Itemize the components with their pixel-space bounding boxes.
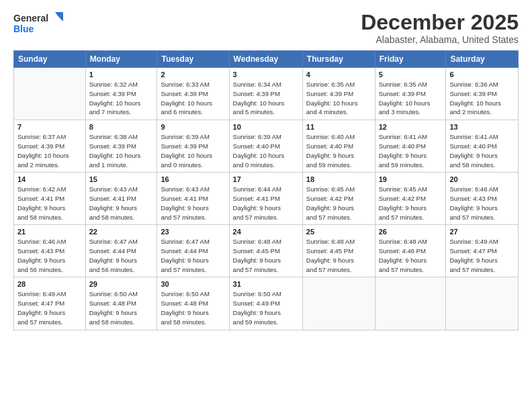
day-number: 15 xyxy=(89,175,154,183)
calendar-week-5: 28Sunrise: 6:49 AMSunset: 4:47 PMDayligh… xyxy=(14,277,519,330)
day-number: 11 xyxy=(306,123,371,131)
day-info: Sunrise: 6:48 AMSunset: 4:45 PMDaylight:… xyxy=(233,237,299,274)
table-row: 4Sunrise: 6:35 AMSunset: 4:39 PMDaylight… xyxy=(302,68,375,120)
svg-text:Blue: Blue xyxy=(13,24,34,34)
day-number: 10 xyxy=(233,123,299,131)
day-info: Sunrise: 6:32 AMSunset: 4:39 PMDaylight:… xyxy=(89,80,154,117)
day-info: Sunrise: 6:47 AMSunset: 4:44 PMDaylight:… xyxy=(89,237,154,274)
day-info: Sunrise: 6:39 AMSunset: 4:40 PMDaylight:… xyxy=(233,132,299,169)
table-row: 3Sunrise: 6:34 AMSunset: 4:39 PMDaylight… xyxy=(229,68,302,120)
day-info: Sunrise: 6:50 AMSunset: 4:48 PMDaylight:… xyxy=(161,289,225,326)
day-number: 18 xyxy=(306,175,371,183)
table-row: 16Sunrise: 6:43 AMSunset: 4:41 PMDayligh… xyxy=(157,173,229,225)
day-number: 25 xyxy=(306,228,371,236)
day-info: Sunrise: 6:46 AMSunset: 4:43 PMDaylight:… xyxy=(449,185,515,222)
day-info: Sunrise: 6:37 AMSunset: 4:39 PMDaylight:… xyxy=(17,132,82,169)
table-row: 5Sunrise: 6:35 AMSunset: 4:39 PMDaylight… xyxy=(375,68,446,120)
day-number: 13 xyxy=(449,123,515,131)
table-row: 27Sunrise: 6:49 AMSunset: 4:47 PMDayligh… xyxy=(446,225,519,277)
day-info: Sunrise: 6:43 AMSunset: 4:41 PMDaylight:… xyxy=(161,185,225,222)
day-info: Sunrise: 6:35 AMSunset: 4:39 PMDaylight:… xyxy=(306,80,371,117)
day-number: 8 xyxy=(89,123,154,131)
day-info: Sunrise: 6:34 AMSunset: 4:39 PMDaylight:… xyxy=(233,80,299,117)
col-tuesday: Tuesday xyxy=(157,51,229,68)
table-row: 9Sunrise: 6:39 AMSunset: 4:39 PMDaylight… xyxy=(157,120,229,173)
col-thursday: Thursday xyxy=(302,51,375,68)
calendar-week-2: 7Sunrise: 6:37 AMSunset: 4:39 PMDaylight… xyxy=(14,120,519,173)
day-info: Sunrise: 6:43 AMSunset: 4:41 PMDaylight:… xyxy=(89,185,154,222)
table-row: 30Sunrise: 6:50 AMSunset: 4:48 PMDayligh… xyxy=(157,277,229,330)
day-info: Sunrise: 6:45 AMSunset: 4:42 PMDaylight:… xyxy=(306,185,371,222)
page: General Blue December 2025 Alabaster, Al… xyxy=(0,0,532,411)
table-row: 25Sunrise: 6:48 AMSunset: 4:45 PMDayligh… xyxy=(302,225,375,277)
day-info: Sunrise: 6:38 AMSunset: 4:39 PMDaylight:… xyxy=(89,132,154,169)
day-number: 6 xyxy=(449,71,515,79)
day-number: 30 xyxy=(161,280,225,288)
day-number: 16 xyxy=(161,175,225,183)
day-number: 24 xyxy=(233,228,299,236)
day-info: Sunrise: 6:39 AMSunset: 4:39 PMDaylight:… xyxy=(161,132,225,169)
day-info: Sunrise: 6:35 AMSunset: 4:39 PMDaylight:… xyxy=(379,80,443,117)
table-row: 23Sunrise: 6:47 AMSunset: 4:44 PMDayligh… xyxy=(157,225,229,277)
table-row xyxy=(446,277,519,330)
day-info: Sunrise: 6:45 AMSunset: 4:42 PMDaylight:… xyxy=(379,185,443,222)
title-block: December 2025 Alabaster, Alabama, United… xyxy=(361,11,519,45)
col-friday: Friday xyxy=(375,51,446,68)
day-number: 4 xyxy=(306,71,371,79)
table-row xyxy=(375,277,446,330)
table-row: 2Sunrise: 6:33 AMSunset: 4:39 PMDaylight… xyxy=(157,68,229,120)
day-info: Sunrise: 6:41 AMSunset: 4:40 PMDaylight:… xyxy=(449,132,515,169)
table-row: 20Sunrise: 6:46 AMSunset: 4:43 PMDayligh… xyxy=(446,173,519,225)
table-row: 26Sunrise: 6:48 AMSunset: 4:46 PMDayligh… xyxy=(375,225,446,277)
table-row xyxy=(14,68,86,120)
col-sunday: Sunday xyxy=(14,51,86,68)
day-number: 26 xyxy=(379,228,443,236)
day-number: 28 xyxy=(17,280,82,288)
day-info: Sunrise: 6:50 AMSunset: 4:49 PMDaylight:… xyxy=(233,289,299,326)
table-row: 17Sunrise: 6:44 AMSunset: 4:41 PMDayligh… xyxy=(229,173,302,225)
day-number: 12 xyxy=(379,123,443,131)
table-row xyxy=(302,277,375,330)
day-info: Sunrise: 6:46 AMSunset: 4:43 PMDaylight:… xyxy=(17,237,82,274)
day-info: Sunrise: 6:48 AMSunset: 4:45 PMDaylight:… xyxy=(306,237,371,274)
calendar-week-1: 1Sunrise: 6:32 AMSunset: 4:39 PMDaylight… xyxy=(14,68,519,120)
day-number: 23 xyxy=(161,228,225,236)
table-row: 24Sunrise: 6:48 AMSunset: 4:45 PMDayligh… xyxy=(229,225,302,277)
table-row: 31Sunrise: 6:50 AMSunset: 4:49 PMDayligh… xyxy=(229,277,302,330)
day-number: 31 xyxy=(233,280,299,288)
col-wednesday: Wednesday xyxy=(229,51,302,68)
day-number: 29 xyxy=(89,280,154,288)
header: General Blue December 2025 Alabaster, Al… xyxy=(13,11,519,45)
month-title: December 2025 xyxy=(361,11,519,34)
table-row: 22Sunrise: 6:47 AMSunset: 4:44 PMDayligh… xyxy=(85,225,157,277)
day-number: 22 xyxy=(89,228,154,236)
table-row: 12Sunrise: 6:41 AMSunset: 4:40 PMDayligh… xyxy=(375,120,446,173)
day-number: 5 xyxy=(379,71,443,79)
day-number: 7 xyxy=(17,123,82,131)
day-info: Sunrise: 6:49 AMSunset: 4:47 PMDaylight:… xyxy=(17,289,82,326)
day-info: Sunrise: 6:47 AMSunset: 4:44 PMDaylight:… xyxy=(161,237,225,274)
table-row: 14Sunrise: 6:42 AMSunset: 4:41 PMDayligh… xyxy=(14,173,86,225)
calendar-week-4: 21Sunrise: 6:46 AMSunset: 4:43 PMDayligh… xyxy=(14,225,519,277)
day-info: Sunrise: 6:40 AMSunset: 4:40 PMDaylight:… xyxy=(306,132,371,169)
day-info: Sunrise: 6:49 AMSunset: 4:47 PMDaylight:… xyxy=(449,237,515,274)
day-info: Sunrise: 6:41 AMSunset: 4:40 PMDaylight:… xyxy=(379,132,443,169)
table-row: 1Sunrise: 6:32 AMSunset: 4:39 PMDaylight… xyxy=(85,68,157,120)
calendar-week-3: 14Sunrise: 6:42 AMSunset: 4:41 PMDayligh… xyxy=(14,173,519,225)
table-row: 13Sunrise: 6:41 AMSunset: 4:40 PMDayligh… xyxy=(446,120,519,173)
day-info: Sunrise: 6:36 AMSunset: 4:39 PMDaylight:… xyxy=(449,80,515,117)
day-info: Sunrise: 6:44 AMSunset: 4:41 PMDaylight:… xyxy=(233,185,299,222)
location: Alabaster, Alabama, United States xyxy=(361,34,519,45)
col-monday: Monday xyxy=(85,51,157,68)
header-row: Sunday Monday Tuesday Wednesday Thursday… xyxy=(14,51,519,68)
svg-text:General: General xyxy=(13,13,48,24)
day-number: 20 xyxy=(449,175,515,183)
day-number: 21 xyxy=(17,228,82,236)
table-row: 28Sunrise: 6:49 AMSunset: 4:47 PMDayligh… xyxy=(14,277,86,330)
table-row: 15Sunrise: 6:43 AMSunset: 4:41 PMDayligh… xyxy=(85,173,157,225)
logo: General Blue xyxy=(13,11,67,39)
day-number: 14 xyxy=(17,175,82,183)
day-number: 3 xyxy=(233,71,299,79)
day-number: 1 xyxy=(89,71,154,79)
day-number: 19 xyxy=(379,175,443,183)
